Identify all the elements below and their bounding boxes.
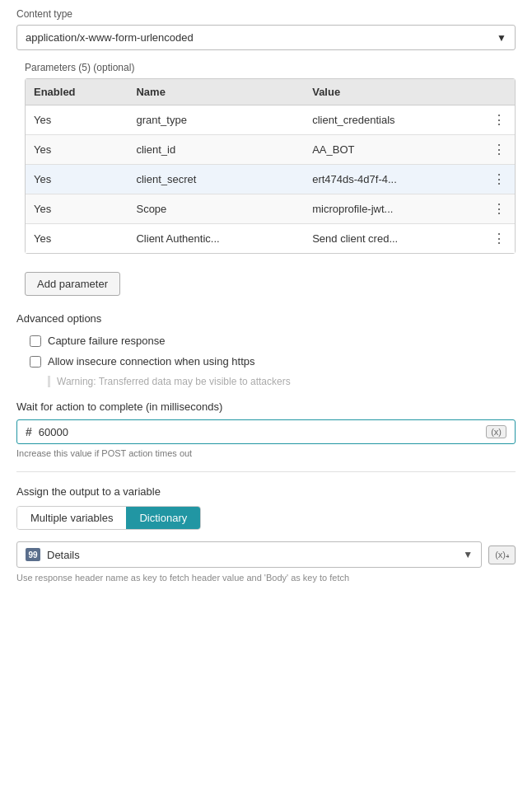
- content-type-arrow-icon: ▼: [497, 32, 506, 44]
- quote-marks-icon: 99: [28, 550, 37, 560]
- more-options-icon[interactable]: ⋮: [492, 113, 506, 127]
- cell-enabled: Yes: [26, 194, 128, 224]
- warning-text: Warning: Transferred data may be visible…: [57, 376, 291, 387]
- details-label: Details: [47, 549, 463, 561]
- col-value: Value: [304, 79, 484, 105]
- cell-enabled: Yes: [26, 135, 128, 165]
- advanced-options-section: Advanced options Capture failure respons…: [16, 312, 516, 387]
- col-name: Name: [128, 79, 304, 105]
- section-divider: [16, 471, 516, 472]
- cell-enabled: Yes: [26, 165, 128, 194]
- insecure-connection-checkbox[interactable]: [30, 356, 41, 368]
- table-row[interactable]: Yesclient_secretert474ds-4d7f-4...⋮: [26, 165, 515, 194]
- table-row[interactable]: Yesgrant_typeclient_credentials⋮: [26, 105, 515, 135]
- details-dropdown[interactable]: 99 Details ▼: [16, 541, 482, 568]
- capture-failure-checkbox[interactable]: [30, 335, 41, 347]
- cell-name: client_secret: [128, 165, 304, 194]
- hash-icon: #: [26, 425, 32, 438]
- cell-value: Send client cred...: [304, 224, 484, 254]
- insecure-warning: Warning: Transferred data may be visible…: [48, 376, 516, 387]
- cell-value: microprofile-jwt...: [304, 194, 484, 224]
- tab-dictionary[interactable]: Dictionary: [126, 507, 200, 529]
- wait-input[interactable]: [39, 426, 486, 438]
- wait-section: Wait for action to complete (in millisec…: [16, 400, 516, 458]
- more-options-icon[interactable]: ⋮: [492, 232, 506, 246]
- output-tab-group: Multiple variables Dictionary: [16, 506, 201, 530]
- tab-multiple-variables[interactable]: Multiple variables: [17, 507, 126, 529]
- cell-value: client_credentials: [304, 105, 484, 135]
- cell-more[interactable]: ⋮: [484, 135, 515, 165]
- content-type-dropdown[interactable]: application/x-www-form-urlencoded ▼: [16, 25, 516, 50]
- cell-name: Scope: [128, 194, 304, 224]
- cell-more[interactable]: ⋮: [484, 105, 515, 135]
- content-type-value: application/x-www-form-urlencoded: [26, 31, 194, 44]
- cell-more[interactable]: ⋮: [484, 165, 515, 194]
- capture-failure-label: Capture failure response: [48, 335, 165, 347]
- cell-enabled: Yes: [26, 105, 128, 135]
- assign-section: Assign the output to a variable Multiple…: [16, 485, 516, 583]
- cell-enabled: Yes: [26, 224, 128, 254]
- details-icon-block: 99: [26, 548, 40, 561]
- wait-var-badge[interactable]: (x): [486, 425, 506, 438]
- wait-input-wrapper: # (x): [16, 419, 516, 444]
- details-var-badge[interactable]: (x)₄: [488, 545, 516, 564]
- parameters-table-container: Enabled Name Value Yesgrant_typeclient_c…: [25, 78, 516, 254]
- col-actions: [484, 79, 515, 105]
- details-icon: 99: [26, 548, 40, 561]
- insecure-connection-row: Allow insecure connection when using htt…: [30, 355, 516, 368]
- parameters-label: Parameters (5) (optional): [25, 62, 516, 73]
- col-enabled: Enabled: [26, 79, 128, 105]
- capture-failure-row: Capture failure response: [30, 335, 516, 347]
- cell-name: client_id: [128, 135, 304, 165]
- insecure-connection-label: Allow insecure connection when using htt…: [48, 355, 254, 368]
- assign-label: Assign the output to a variable: [16, 485, 516, 498]
- details-row: 99 Details ▼ (x)₄: [16, 541, 516, 568]
- content-type-label: Content type: [16, 8, 516, 20]
- table-header-row: Enabled Name Value: [26, 79, 515, 105]
- cell-more[interactable]: ⋮: [484, 224, 515, 254]
- cell-name: Client Authentic...: [128, 224, 304, 254]
- wait-hint: Increase this value if POST action times…: [16, 448, 516, 458]
- cell-more[interactable]: ⋮: [484, 194, 515, 224]
- more-options-icon[interactable]: ⋮: [492, 202, 506, 216]
- cell-name: grant_type: [128, 105, 304, 135]
- add-parameter-button[interactable]: Add parameter: [25, 272, 120, 296]
- more-options-icon[interactable]: ⋮: [492, 172, 506, 186]
- table-row[interactable]: YesClient Authentic...Send client cred..…: [26, 224, 515, 254]
- more-options-icon[interactable]: ⋮: [492, 143, 506, 157]
- table-row[interactable]: YesScopemicroprofile-jwt...⋮: [26, 194, 515, 224]
- details-dropdown-arrow-icon: ▼: [463, 549, 473, 560]
- cell-value: ert474ds-4d7f-4...: [304, 165, 484, 194]
- cell-value: AA_BOT: [304, 135, 484, 165]
- parameters-table: Enabled Name Value Yesgrant_typeclient_c…: [26, 79, 515, 253]
- wait-label: Wait for action to complete (in millisec…: [16, 400, 516, 413]
- bottom-hint: Use response header name as key to fetch…: [16, 573, 516, 583]
- table-row[interactable]: Yesclient_idAA_BOT⋮: [26, 135, 515, 165]
- advanced-options-title: Advanced options: [16, 312, 516, 325]
